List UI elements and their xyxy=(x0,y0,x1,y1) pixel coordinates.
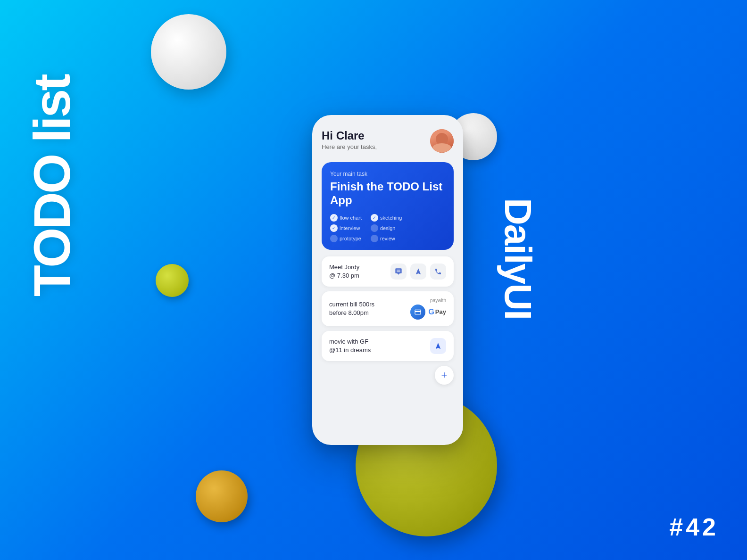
tag-interview[interactable]: ✓ interview xyxy=(330,224,368,232)
user-avatar[interactable] xyxy=(430,129,454,153)
daily-ui-label: DailyUI xyxy=(496,198,540,319)
task-movie-actions xyxy=(430,338,446,354)
greeting-subtitle: Here are your tasks, xyxy=(322,143,377,150)
tag-label-design: design xyxy=(380,225,395,231)
tag-dot-flowchart: ✓ xyxy=(330,214,338,222)
navigate-button-movie[interactable] xyxy=(430,338,446,354)
task-bill-actions: paywith G Pay xyxy=(410,298,446,320)
task-meet-jordy-text: Meet Jordy@ 7.30 pm xyxy=(329,263,359,280)
pay-with-label: paywith xyxy=(410,298,446,303)
gpay-button[interactable]: G Pay xyxy=(428,308,446,316)
tag-label-sketching: sketching xyxy=(380,215,402,221)
tag-dot-design xyxy=(371,224,378,232)
pay-icons: G Pay xyxy=(410,305,446,320)
tag-dot-review xyxy=(371,235,378,242)
tag-label-interview: interview xyxy=(340,225,360,231)
gpay-g-letter: G xyxy=(428,308,434,316)
gpay-pay-text: Pay xyxy=(435,308,446,315)
tag-label-review: review xyxy=(380,236,395,241)
task-movie-text: movie with GF@11 in dreams xyxy=(329,338,371,354)
main-task-label: Your main task xyxy=(330,171,445,177)
tag-label-prototype: prototype xyxy=(340,236,361,241)
chat-button[interactable] xyxy=(390,264,407,280)
main-task-card[interactable]: Your main task Finish the TODO List App … xyxy=(322,162,454,250)
tag-prototype[interactable]: prototype xyxy=(330,235,368,242)
task-bill-text: current bill 500rsbefore 8.00pm xyxy=(329,300,374,317)
task-meet-jordy[interactable]: Meet Jordy@ 7.30 pm xyxy=(322,256,454,287)
tag-sketching[interactable]: ✓ sketching xyxy=(371,214,408,222)
decorative-circle-white-top xyxy=(151,14,226,90)
tag-dot-interview: ✓ xyxy=(330,224,338,232)
add-task-container: + xyxy=(322,366,454,385)
main-task-title: Finish the TODO List App xyxy=(330,180,445,207)
task-meet-actions xyxy=(390,264,446,280)
task-movie-gf[interactable]: movie with GF@11 in dreams xyxy=(322,331,454,361)
avatar-face xyxy=(430,129,454,153)
call-button[interactable] xyxy=(430,264,446,280)
challenge-number: #42 xyxy=(669,513,719,541)
tag-dot-prototype xyxy=(330,235,338,242)
decorative-circle-yellow-small xyxy=(156,264,189,297)
navigate-button-jordy[interactable] xyxy=(410,264,426,280)
phone-mockup: Hi Clare Here are your tasks, Your main … xyxy=(312,115,463,445)
pay-circle-icon[interactable] xyxy=(410,305,425,320)
task-tags-container: ✓ flow chart ✓ sketching ✓ interview des… xyxy=(330,214,445,242)
tag-flowchart[interactable]: ✓ flow chart xyxy=(330,214,368,222)
tag-label-flowchart: flow chart xyxy=(340,215,362,221)
task-current-bill[interactable]: current bill 500rsbefore 8.00pm paywith … xyxy=(322,291,454,326)
add-task-button[interactable]: + xyxy=(435,366,454,385)
app-title-vertical: TODO list xyxy=(26,75,78,296)
tag-dot-sketching: ✓ xyxy=(371,214,378,222)
phone-header: Hi Clare Here are your tasks, xyxy=(322,129,454,153)
greeting-name: Hi Clare xyxy=(322,129,377,142)
tag-design[interactable]: design xyxy=(371,224,408,232)
decorative-circle-gold-bottom xyxy=(196,470,248,522)
greeting-section: Hi Clare Here are your tasks, xyxy=(322,129,377,150)
tag-review[interactable]: review xyxy=(371,235,408,242)
